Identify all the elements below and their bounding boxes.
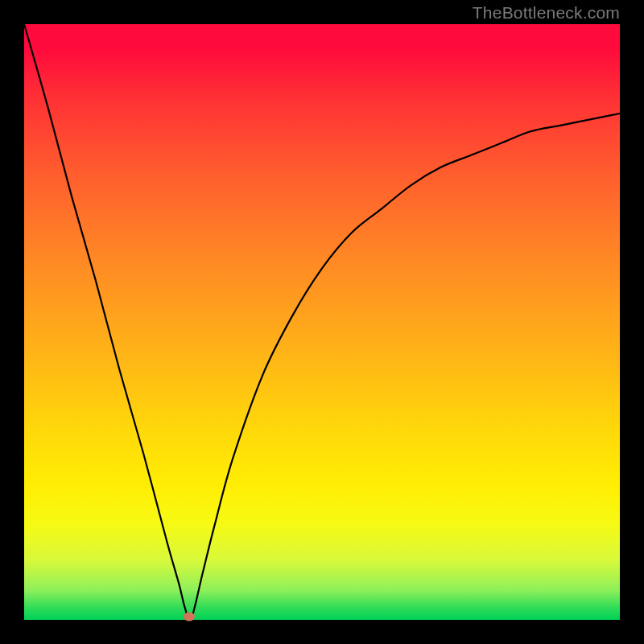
curve-svg	[24, 24, 620, 620]
minimum-marker-icon	[184, 613, 195, 621]
watermark-text: TheBottleneck.com	[473, 3, 620, 23]
bottleneck-curve-path	[24, 24, 620, 621]
chart-frame: TheBottleneck.com	[0, 0, 644, 644]
plot-area	[24, 24, 620, 620]
